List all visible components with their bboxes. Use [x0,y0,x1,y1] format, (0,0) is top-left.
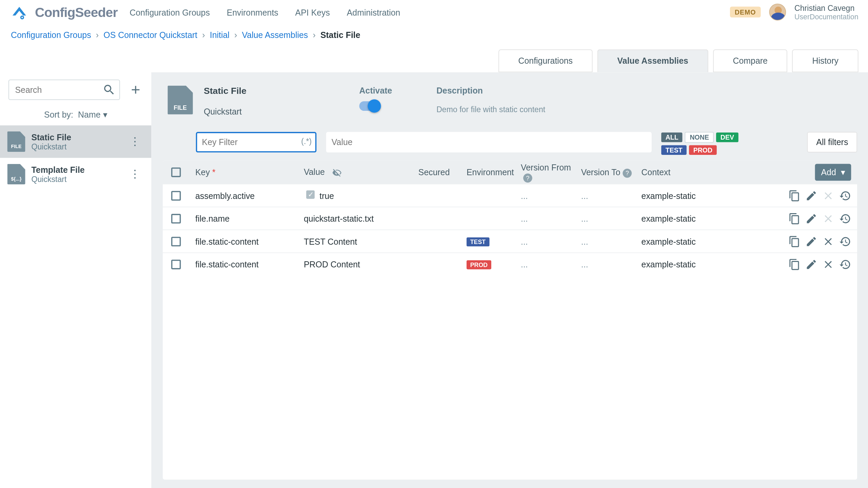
copy-icon[interactable] [788,235,801,247]
demo-badge: DEMO [730,7,761,18]
sort-value: Name [78,110,100,119]
crumb-0[interactable]: Configuration Groups [11,30,91,40]
sidebar-item[interactable]: Static File Quickstart ⋮ [0,125,151,158]
cell-context: example-static [642,259,761,269]
table-row: file.static-content TEST Content TEST ..… [163,229,857,252]
brand-name: ConfigSeeder [35,4,118,20]
select-all-checkbox[interactable] [171,167,181,177]
edit-icon[interactable] [805,235,817,247]
svg-point-1 [21,17,23,18]
table-header: Key Value Secured Environment Version Fr… [163,161,857,184]
top-header: ConfigSeeder Configuration Groups Enviro… [0,0,868,25]
chip-dev[interactable]: DEV [716,133,738,142]
search-box [8,80,120,100]
history-icon[interactable] [839,212,851,225]
copy-icon[interactable] [788,189,801,202]
row-checkbox[interactable] [171,259,181,269]
col-environment[interactable]: Environment [467,167,521,177]
col-key[interactable]: Key [195,167,304,177]
tabs-row: ConfigurationsValue AssembliesCompareHis… [0,45,868,73]
add-row-button[interactable]: Add▾ [815,164,851,181]
env-tag: PROD [467,260,491,269]
chip-test[interactable]: TEST [661,145,687,155]
cell-vfrom: ... [521,191,581,200]
tab-value-assemblies[interactable]: Value Assemblies [597,49,708,73]
logo-icon [9,4,29,20]
sort-label: Sort by: [44,110,73,119]
cell-key: file.name [195,214,304,223]
cell-vto: ... [581,259,642,269]
item-subtitle: Quickstart [31,142,71,151]
col-context[interactable]: Context [642,167,761,177]
help-icon[interactable]: ? [623,168,632,178]
logo[interactable]: ConfigSeeder [9,4,117,20]
delete-icon[interactable] [822,258,834,270]
nav-api-keys[interactable]: API Keys [295,7,330,17]
chip-prod[interactable]: PROD [689,145,716,155]
crumb-1[interactable]: OS Connector Quickstart [103,30,197,40]
delete-icon [822,189,834,202]
item-title: Static File [31,132,71,142]
user-name: Christian Cavegn [794,3,859,13]
cell-value: quickstart-static.txt [304,214,374,223]
cell-value: PROD Content [304,259,360,269]
delete-icon[interactable] [822,235,834,247]
sidebar-item[interactable]: Template File Quickstart ⋮ [0,158,151,190]
file-icon [7,164,25,184]
col-version-to[interactable]: Version To? [581,167,642,177]
cell-vfrom: ... [521,237,581,246]
row-checkbox[interactable] [171,214,181,223]
history-icon[interactable] [839,189,851,202]
row-checkbox[interactable] [171,191,181,200]
delete-icon [822,212,834,225]
col-secured[interactable]: Secured [418,167,467,177]
tab-history[interactable]: History [792,49,859,73]
key-filter-input[interactable] [196,132,317,152]
nav-administration[interactable]: Administration [347,7,400,17]
nav-configuration-groups[interactable]: Configuration Groups [130,7,210,17]
sort-dropdown[interactable]: Name ▾ [78,110,107,119]
all-filters-button[interactable]: All filters [807,132,857,152]
col-version-from[interactable]: Version From? [521,162,581,182]
plus-icon [129,83,142,96]
help-icon[interactable]: ? [523,173,532,182]
chip-none[interactable]: NONE [685,132,714,143]
copy-icon[interactable] [788,212,801,225]
user-block[interactable]: Christian Cavegn UserDocumentation [794,3,859,21]
item-menu-button[interactable]: ⋮ [126,169,144,180]
edit-icon[interactable] [805,212,817,225]
nav-environments[interactable]: Environments [227,7,278,17]
file-icon [7,131,25,152]
detail-title: Static File [204,85,349,96]
col-value[interactable]: Value [304,167,418,178]
table-row: file.static-content PROD Content PROD ..… [163,252,857,276]
row-checkbox[interactable] [171,237,181,246]
crumb-3[interactable]: Value Assemblies [242,30,308,40]
detail-subtitle: Quickstart [204,107,349,116]
crumb-2[interactable]: Initial [210,30,230,40]
activate-label: Activate [359,85,426,95]
item-menu-button[interactable]: ⋮ [126,136,144,147]
tab-compare[interactable]: Compare [713,49,788,73]
chip-all[interactable]: ALL [661,133,683,142]
edit-icon[interactable] [805,258,817,270]
top-nav: Configuration Groups Environments API Ke… [130,7,400,17]
visibility-off-icon[interactable] [330,167,341,177]
search-icon[interactable] [102,83,116,96]
regex-hint: (.*) [301,137,312,146]
history-icon[interactable] [839,258,851,270]
bool-indicator-icon [306,190,315,199]
activate-toggle[interactable] [359,101,380,111]
cell-value: true [319,191,334,201]
cell-key: file.static-content [195,259,304,269]
copy-icon[interactable] [788,258,801,270]
chevron-down-icon: ▾ [841,167,845,177]
tab-configurations[interactable]: Configurations [498,49,593,73]
edit-icon[interactable] [805,189,817,202]
value-filter-input[interactable] [326,132,652,152]
env-chips: ALLNONEDEVTESTPROD [661,132,752,155]
cell-key: file.static-content [195,237,304,246]
add-assembly-button[interactable] [129,83,143,97]
history-icon[interactable] [839,235,851,247]
avatar[interactable] [769,4,786,21]
